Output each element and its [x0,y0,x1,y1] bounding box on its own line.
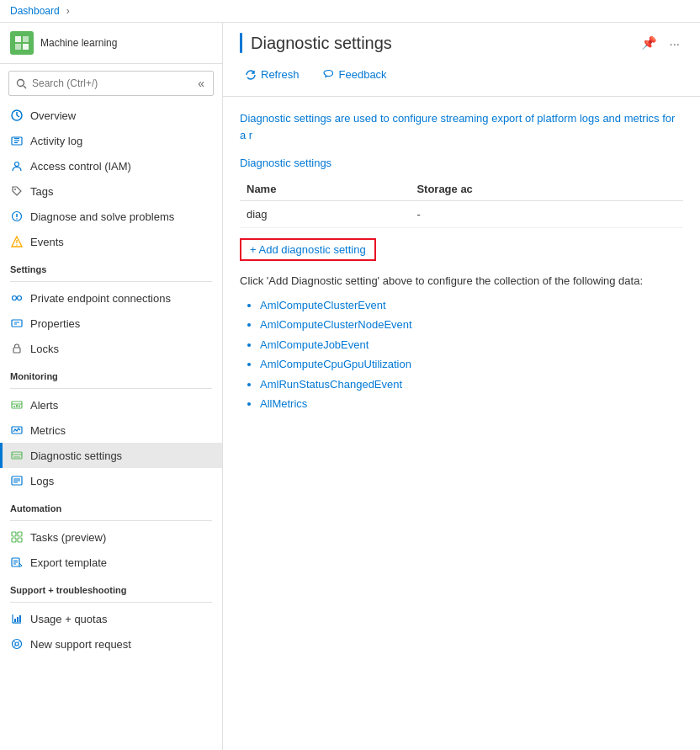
events-list: AmlComputeClusterEventAmlComputeClusterN… [240,295,683,413]
monitoring-divider [10,388,212,389]
sidebar-item-iam-label: Access control (IAM) [30,160,131,173]
feedback-label: Feedback [339,68,387,81]
tasks-icon [10,530,24,544]
content-body: Diagnostic settings are used to configur… [223,97,700,750]
svg-line-59 [19,646,20,647]
settings-divider [10,281,212,282]
sidebar-item-metrics-label: Metrics [30,424,66,437]
svg-point-22 [18,296,22,301]
sidebar-item-overview[interactable]: Overview [0,103,222,128]
export-template-icon [10,556,24,569]
sidebar-item-usage-quotas-label: Usage + quotas [30,613,107,625]
svg-line-5 [24,86,26,88]
breadcrumb-bar: Dashboard › [0,0,700,23]
activity-log-icon [10,134,24,147]
sidebar-item-logs[interactable]: Logs [0,468,222,493]
svg-line-57 [19,641,20,643]
breadcrumb-dashboard[interactable]: Dashboard [10,5,60,17]
sidebar-item-properties-label: Properties [30,317,80,330]
more-options-button[interactable]: ··· [666,34,683,52]
sidebar-item-diagnostic-settings[interactable]: Diagnostic settings [0,443,222,468]
svg-rect-51 [14,619,16,622]
sidebar-item-tasks-label: Tasks (preview) [30,531,106,544]
title-actions: 📌 ··· [638,34,683,52]
page-title-bar [240,33,242,53]
sidebar-item-access-control[interactable]: Access control (IAM) [0,153,222,178]
sidebar-item-events-label: Events [30,236,64,248]
row-name: diag [240,201,410,228]
search-icon [16,78,27,89]
section-monitoring: Monitoring [0,361,222,385]
events-list-item[interactable]: AmlComputeJobEvent [260,335,683,354]
page-title: Diagnostic settings [251,34,392,53]
search-input[interactable] [32,77,191,89]
main-content: Diagnostic settings 📌 ··· Refresh [223,23,700,750]
refresh-button[interactable]: Refresh [240,65,305,84]
overview-icon [10,109,24,122]
sidebar-item-tags-label: Tags [30,185,53,198]
sidebar-item-private-endpoint[interactable]: Private endpoint connections [0,285,222,311]
locks-icon [10,342,24,355]
svg-rect-3 [23,44,29,50]
svg-rect-2 [15,44,21,50]
svg-rect-53 [19,615,21,622]
svg-line-56 [14,641,16,643]
sidebar-header: Machine learning [0,23,222,64]
sidebar-item-activity-log[interactable]: Activity log [0,128,222,153]
sidebar-item-locks[interactable]: Locks [0,336,222,361]
svg-rect-30 [13,406,15,407]
add-diagnostic-setting-button[interactable]: + Add diagnostic setting [240,238,376,261]
iam-icon [10,159,24,173]
metrics-icon [10,423,24,437]
sidebar-item-private-endpoint-label: Private endpoint connections [30,292,171,305]
support-divider [10,602,212,603]
svg-rect-27 [13,348,20,353]
svg-rect-24 [12,320,22,327]
app-name-label: Machine learning [40,37,117,49]
events-list-item[interactable]: AllMetrics [260,394,683,413]
sidebar-item-events[interactable]: Events [0,229,222,254]
sidebar-item-tasks[interactable]: Tasks (preview) [0,524,222,550]
events-list-item[interactable]: AmlComputeClusterNodeEvent [260,315,683,334]
sidebar-item-metrics[interactable]: Metrics [0,418,222,443]
automation-divider [10,520,212,521]
search-box[interactable]: « [8,71,214,96]
sidebar: Machine learning « Overview [0,23,223,750]
diagnostic-settings-table: Name Storage ac diag - [240,178,683,228]
sidebar-item-properties[interactable]: Properties [0,311,222,336]
sidebar-item-usage-quotas[interactable]: Usage + quotas [0,606,222,631]
logs-icon [10,474,24,487]
sidebar-item-new-support[interactable]: New support request [0,631,222,657]
content-header: Diagnostic settings 📌 ··· Refresh [223,23,700,97]
app-icon [10,31,34,55]
feedback-icon [323,69,335,81]
svg-rect-34 [12,452,22,459]
sidebar-item-locks-label: Locks [30,343,59,355]
events-list-item[interactable]: AmlComputeCpuGpuUtilization [260,354,683,374]
events-list-item[interactable]: AmlRunStatusChangedEvent [260,375,683,394]
events-icon [10,235,24,248]
sidebar-item-export-template-label: Export template [30,556,107,569]
feedback-button[interactable]: Feedback [318,65,392,84]
svg-rect-32 [19,406,20,407]
sidebar-item-alerts-label: Alerts [30,399,58,412]
svg-rect-0 [15,36,21,42]
svg-line-58 [14,646,16,647]
svg-rect-43 [12,538,16,542]
svg-rect-31 [16,405,18,407]
toolbar: Refresh Feedback [240,60,683,89]
sidebar-item-tags[interactable]: Tags [0,178,222,204]
sidebar-item-diagnose[interactable]: Diagnose and solve problems [0,204,222,229]
sidebar-item-export-template[interactable]: Export template [0,550,222,575]
usage-quotas-icon [10,612,24,625]
support-icon [10,637,24,651]
svg-rect-42 [18,532,22,536]
events-list-item[interactable]: AmlComputeClusterEvent [260,295,683,315]
sidebar-item-logs-label: Logs [30,475,54,487]
sidebar-item-alerts[interactable]: Alerts [0,392,222,418]
collapse-sidebar-button[interactable]: « [196,75,206,92]
info-text: Diagnostic settings are used to configur… [240,110,683,143]
pin-button[interactable]: 📌 [638,34,660,52]
svg-point-13 [15,162,19,167]
svg-line-8 [17,115,19,117]
